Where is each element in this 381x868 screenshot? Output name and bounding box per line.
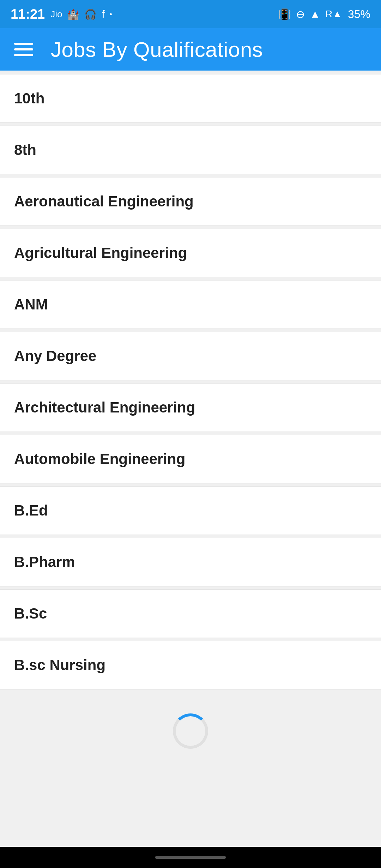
list-item[interactable]: ANM	[0, 280, 381, 329]
facebook-icon: f	[102, 8, 104, 20]
status-bar-right: 📳 ⊖ ▲ R▲ 35%	[278, 8, 370, 21]
notification-icon: 🏰	[67, 8, 79, 20]
list-item[interactable]: 10th	[0, 74, 381, 123]
battery-level: 35%	[348, 8, 370, 21]
menu-line-2	[14, 48, 33, 50]
list-item-label: 10th	[14, 90, 44, 107]
list-item-label: B.sc Nursing	[14, 657, 105, 673]
home-indicator[interactable]	[155, 856, 226, 859]
jio-icon: Jio	[50, 9, 62, 20]
status-bar-left: 11:21 Jio 🏰 🎧 f •	[11, 7, 112, 22]
list-item-label: Any Degree	[14, 348, 96, 364]
list-item[interactable]: Any Degree	[0, 332, 381, 380]
status-icons-right: 📳 ⊖ ▲ R▲	[278, 8, 342, 20]
app-bar: Jobs By Qualifications	[0, 28, 381, 71]
list-item[interactable]: Automobile Engineering	[0, 435, 381, 483]
list-item[interactable]: 8th	[0, 126, 381, 174]
list-item[interactable]: B.Ed	[0, 486, 381, 535]
vibrate-icon: 📳	[278, 8, 291, 20]
list-item[interactable]: B.sc Nursing	[0, 641, 381, 689]
list-item-label: ANM	[14, 296, 48, 313]
dot-icon: •	[110, 10, 112, 18]
list-item-label: B.Ed	[14, 502, 48, 519]
list-item[interactable]: Agricultural Engineering	[0, 229, 381, 277]
list-item-label: 8th	[14, 141, 36, 158]
status-time: 11:21	[11, 7, 45, 22]
list-item[interactable]: Aeronautical Engineering	[0, 177, 381, 226]
cellular-icon: R▲	[325, 8, 342, 20]
menu-line-3	[14, 54, 33, 56]
loading-spinner-container	[0, 692, 381, 770]
list-item-label: Automobile Engineering	[14, 451, 185, 467]
menu-line-1	[14, 43, 33, 45]
loading-spinner	[173, 713, 208, 749]
list-item-label: B.Pharm	[14, 554, 75, 570]
headset-icon: 🎧	[84, 8, 97, 20]
list-item[interactable]: Architectural Engineering	[0, 383, 381, 432]
list-item[interactable]: B.Pharm	[0, 538, 381, 586]
status-bar: 11:21 Jio 🏰 🎧 f • 📳 ⊖ ▲ R▲ 35%	[0, 0, 381, 28]
page-title: Jobs By Qualifications	[51, 37, 263, 62]
list-item-label: Architectural Engineering	[14, 399, 195, 416]
menu-button[interactable]	[11, 39, 37, 60]
qualifications-list: 10th8thAeronautical EngineeringAgricultu…	[0, 71, 381, 777]
wifi-icon: ▲	[310, 8, 320, 20]
list-item-label: Agricultural Engineering	[14, 245, 187, 261]
list-item[interactable]: B.Sc	[0, 589, 381, 638]
dnd-icon: ⊖	[296, 8, 305, 20]
status-icons-left: Jio 🏰 🎧 f •	[50, 8, 112, 20]
list-item-label: B.Sc	[14, 605, 47, 622]
bottom-nav	[0, 847, 381, 868]
list-item-label: Aeronautical Engineering	[14, 193, 194, 210]
